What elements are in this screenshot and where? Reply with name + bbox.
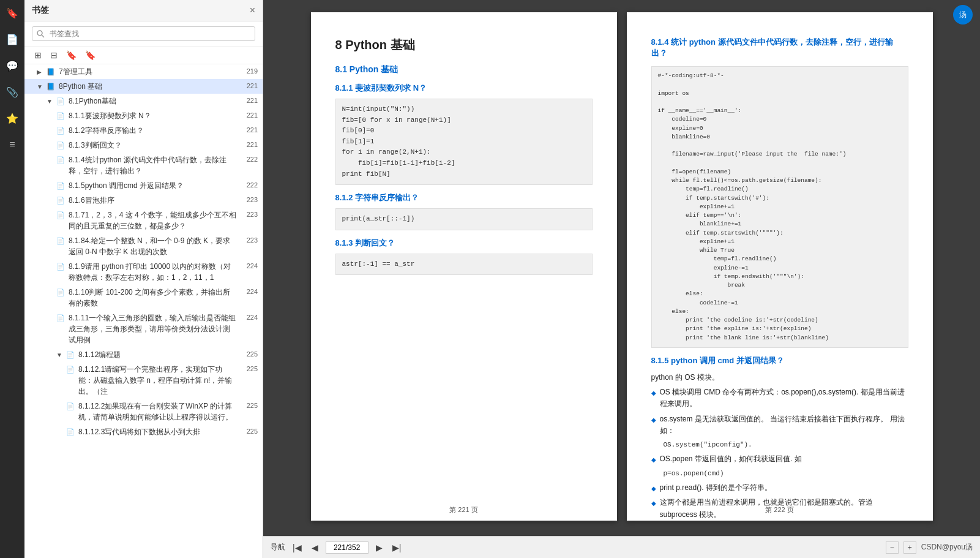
- book-icon: 📄: [56, 96, 66, 107]
- item-icon: 📄: [56, 140, 66, 151]
- zoom-out-button[interactable]: −: [886, 541, 899, 554]
- arrow-icon: ▶: [37, 67, 45, 77]
- bullet-text: p=os.popen(cmd): [664, 469, 724, 480]
- tree-item-8-1-11[interactable]: 📄 8.1.11一个输入三角形的圆数，输入后输出是否能组成三角形，三角形类型，请…: [24, 311, 263, 347]
- arrow-icon: ▼: [37, 82, 45, 91]
- chapter-title: 8 Python 基础: [335, 37, 593, 53]
- page-number: 223: [239, 235, 258, 246]
- bookmark-btn1[interactable]: 🔖: [64, 49, 79, 61]
- bookmark-icon-btn[interactable]: 🔖: [4, 5, 21, 21]
- clip-icon-btn[interactable]: 📎: [4, 84, 21, 100]
- main-content: 8 Python 基础 8.1 Python 基础 8.1.1 斐波那契数列求 …: [263, 0, 980, 558]
- tree-item-8-1-3[interactable]: 📄 8.1.3判断回文？ 221: [24, 138, 263, 153]
- bullet-text: OS.system("ipconfig").: [664, 440, 752, 451]
- item-icon: 📄: [56, 313, 66, 323]
- last-page-button[interactable]: ▶|: [390, 541, 404, 554]
- tree-label: 8.1.9请用 python 打印出 10000 以内的对称数（对称数特点：数字…: [69, 261, 237, 283]
- item-icon: 📄: [56, 181, 66, 191]
- tree-item-8-1[interactable]: ▼ 📄 8.1Python基础 221: [24, 94, 263, 108]
- item-icon: 📄: [66, 401, 76, 412]
- tree-label: 8.1.2字符串反序输出？: [69, 125, 237, 136]
- q813-title: 8.1.3 判断回文？: [335, 238, 593, 249]
- item-icon: 📄: [56, 111, 66, 121]
- page-number: 221: [239, 140, 258, 150]
- section-title: 8.1 Python 基础: [335, 64, 593, 75]
- tree-label: 8.1Python基础: [69, 96, 237, 107]
- prev-page-button[interactable]: ◀: [309, 541, 321, 554]
- tree-item-8-1-9[interactable]: 📄 8.1.9请用 python 打印出 10000 以内的对称数（对称数特点：…: [24, 259, 263, 285]
- tree-item-8-1-4[interactable]: 📄 8.1.4统计python 源代码文件中代码行数，去除注释，空行，进行输出？…: [24, 153, 263, 178]
- next-page-button[interactable]: ▶: [373, 541, 385, 554]
- bullet-item-3: ◆ OS.popen 带返回值的，如何我获返回值. 如: [651, 453, 908, 465]
- page-indicator-input[interactable]: [326, 541, 368, 554]
- tree-item-8-1-12[interactable]: ▼ 📄 8.1.12编程题 225: [24, 347, 263, 362]
- tree-label: 8.1.5python 调用cmd 并返回结果？: [69, 180, 237, 191]
- left-page-footer: 第 221 页: [335, 505, 593, 515]
- tree-label: 8.1.6冒泡排序: [69, 195, 237, 206]
- page-number: 223: [239, 209, 258, 220]
- item-icon: 📄: [66, 350, 76, 360]
- page-number: 225: [239, 401, 258, 411]
- bullet-text: os.system 是无法获取返回值的。 当运行结束后接着往下面执行程序。 用法…: [660, 413, 908, 437]
- tree-item-8-1-12-3[interactable]: 📄 8.1.12.3写代码将如下数据从小到大排 225: [24, 424, 263, 439]
- tree-label: 7管理工具: [59, 66, 237, 77]
- q815-bullets: ◆ OS 模块调用 CMD 命令有两种方式：os.popen(),os.syst…: [651, 386, 908, 521]
- star-icon-btn[interactable]: ⭐: [4, 110, 21, 127]
- first-page-button[interactable]: |◀: [290, 541, 304, 554]
- expand-all-button[interactable]: ⊞: [32, 49, 44, 61]
- book-icon: 📘: [47, 81, 56, 92]
- bullet-item-4: p=os.popen(cmd): [651, 469, 908, 480]
- tree-item-8-1-1[interactable]: 📄 8.1.1要波那契数列求 N？ 221: [24, 108, 263, 123]
- item-icon: 📄: [56, 287, 66, 298]
- zoom-in-button[interactable]: +: [903, 541, 916, 554]
- tree-label: 8.1.12.1请编写一个完整出程序，实现如下功能：从磁盘输入数字 n，程序自动…: [78, 364, 237, 397]
- sidebar-toolbar: ⊞ ⊟ 🔖 🔖: [24, 47, 263, 64]
- sidebar-tree: ▶ 📘 7管理工具 219 ▼ 📘 8Python 基础 221 ▼ 📄 8.1…: [24, 64, 263, 558]
- tree-item-7[interactable]: ▶ 📘 7管理工具 219: [24, 64, 263, 79]
- tree-item-8[interactable]: ▼ 📘 8Python 基础 221: [24, 79, 263, 94]
- sidebar-close-button[interactable]: ×: [250, 5, 255, 16]
- page-number: 224: [239, 287, 258, 297]
- right-page: 8.1.4 统计 python 源代码文件中代码行数，去除注释，空行，进行输出？…: [627, 12, 933, 521]
- search-input[interactable]: [32, 26, 255, 41]
- item-icon: 📄: [56, 195, 66, 206]
- bullet-item-5: ◆ print p.read(). 得到的是个字符串。: [651, 482, 908, 494]
- page-number: 222: [239, 180, 258, 190]
- tree-label: 8Python 基础: [59, 81, 237, 92]
- tree-label: 8.1.12.2如果现在有一台刚安装了WinXP 的计算机，请简单说明如何能够让…: [78, 401, 237, 423]
- tree-label: 8.1.11一个输入三角形的圆数，输入后输出是否能组成三角形，三角形类型，请用等…: [69, 312, 237, 345]
- item-icon: 📄: [56, 155, 66, 165]
- tree-item-8-1-8[interactable]: 📄 8.1.84.给定一个整数 N，和一个 0-9 的数 K，要求返回 0-N …: [24, 233, 263, 259]
- arrow-icon: ▼: [56, 350, 65, 360]
- nav-label: 导航: [271, 542, 285, 552]
- layers-icon-btn[interactable]: ≡: [7, 137, 17, 153]
- tree-item-8-1-10[interactable]: 📄 8.1.10判断 101-200 之间有多少个素数，并输出所有的素数 224: [24, 285, 263, 311]
- tree-item-8-1-6[interactable]: 📄 8.1.6冒泡排序 223: [24, 193, 263, 208]
- q815-title: 8.1.5 python 调用 cmd 并返回结果？: [651, 355, 908, 366]
- collapse-all-button[interactable]: ⊟: [48, 49, 60, 61]
- tree-item-8-1-7[interactable]: 📄 8.1.71，2，3，4 这 4 个数字，能组成多少个互不相同的且无重复的三…: [24, 208, 263, 233]
- q815-intro: python 的 OS 模块。: [651, 371, 908, 383]
- bullet-text: print p.read(). 得到的是个字符串。: [660, 482, 772, 494]
- tree-item-8-1-2[interactable]: 📄 8.1.2字符串反序输出？ 221: [24, 123, 263, 138]
- tree-item-8-1-5[interactable]: 📄 8.1.5python 调用cmd 并返回结果？ 222: [24, 178, 263, 193]
- page-number: 221: [239, 125, 258, 135]
- comment-icon-btn[interactable]: 💬: [4, 58, 21, 74]
- user-avatar[interactable]: 汤: [953, 5, 973, 25]
- page-number: 221: [239, 110, 258, 121]
- item-icon: 📄: [66, 364, 76, 375]
- bullet-text: OS 模块调用 CMD 命令有两种方式：os.popen(),os.system…: [660, 386, 908, 410]
- page-number: 224: [239, 261, 258, 271]
- tree-label: 8.1.3判断回文？: [69, 140, 237, 151]
- sidebar-header: 书签 ×: [24, 0, 263, 21]
- tree-item-8-1-12-2[interactable]: 📄 8.1.12.2如果现在有一台刚安装了WinXP 的计算机，请简单说明如何能…: [24, 399, 263, 424]
- bullet-item-1: ◆ os.system 是无法获取返回值的。 当运行结束后接着往下面执行程序。 …: [651, 413, 908, 437]
- bookmark-btn2[interactable]: 🔖: [83, 49, 98, 61]
- tree-item-8-1-12-1[interactable]: 📄 8.1.12.1请编写一个完整出程序，实现如下功能：从磁盘输入数字 n，程序…: [24, 362, 263, 399]
- q811-title: 8.1.1 斐波那契数列求 N？: [335, 83, 593, 94]
- item-icon: 📄: [56, 236, 66, 246]
- page-icon-btn[interactable]: 📄: [4, 31, 21, 48]
- tree-label: 8.1.12编程题: [78, 349, 237, 360]
- sidebar: 书签 × ⊞ ⊟ 🔖 🔖 ▶ 📘 7管理工具 219 ▼ 📘 8Py: [24, 0, 263, 558]
- tree-label: 8.1.12.3写代码将如下数据从小到大排: [78, 426, 237, 437]
